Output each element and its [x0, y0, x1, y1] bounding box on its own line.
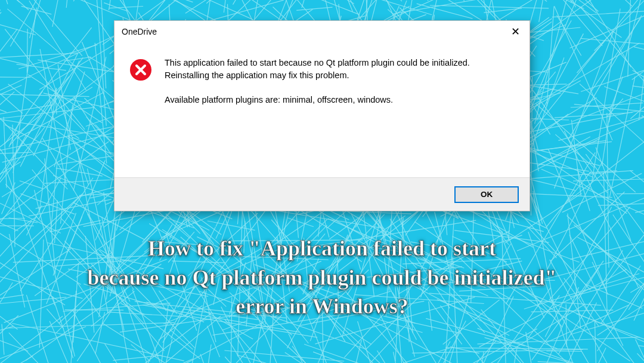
dialog-title: OneDrive	[122, 27, 157, 36]
plugins-message: Available platform plugins are: minimal,…	[165, 94, 515, 106]
svg-line-392	[630, 171, 645, 214]
close-button[interactable]: ✕	[506, 24, 525, 39]
svg-line-167	[10, 0, 86, 47]
error-message: This application failed to start because…	[165, 57, 515, 82]
article-caption: How to fix "Application failed to start …	[0, 234, 644, 321]
dialog-body: This application failed to start because…	[114, 42, 530, 177]
svg-line-59	[73, 0, 101, 1]
svg-line-330	[27, 29, 27, 73]
svg-line-879	[577, 41, 605, 73]
svg-line-483	[568, 16, 642, 140]
svg-line-842	[557, 16, 581, 56]
svg-line-261	[478, 328, 644, 363]
svg-line-448	[9, 333, 93, 363]
svg-line-141	[103, 323, 166, 363]
svg-line-850	[2, 324, 4, 355]
svg-line-860	[571, 0, 614, 2]
svg-line-378	[536, 104, 636, 192]
error-icon	[129, 58, 153, 82]
svg-line-690	[0, 0, 8, 4]
svg-line-688	[287, 218, 314, 227]
svg-line-580	[520, 141, 627, 214]
svg-line-472	[33, 0, 82, 56]
svg-line-313	[0, 105, 52, 125]
svg-line-343	[66, 0, 78, 8]
svg-line-10	[541, 0, 631, 67]
svg-line-800	[200, 354, 221, 363]
svg-line-381	[113, 355, 162, 361]
svg-line-719	[570, 4, 645, 48]
dialog-text: This application failed to start because…	[165, 57, 515, 177]
svg-line-789	[546, 351, 581, 352]
svg-line-803	[1, 0, 20, 2]
background: OneDrive ✕ This application failed to st…	[0, 0, 644, 363]
svg-line-446	[573, 0, 599, 11]
svg-line-747	[170, 330, 193, 350]
svg-line-127	[49, 321, 70, 363]
svg-line-630	[431, 0, 464, 2]
error-dialog: OneDrive ✕ This application failed to st…	[114, 20, 530, 211]
dialog-footer: OK	[114, 177, 530, 211]
ok-button[interactable]: OK	[454, 186, 519, 203]
svg-line-734	[0, 0, 1, 11]
svg-line-116	[0, 320, 28, 352]
dialog-titlebar[interactable]: OneDrive ✕	[114, 21, 530, 42]
svg-line-489	[30, 0, 193, 2]
svg-line-557	[0, 162, 21, 191]
svg-line-485	[635, 205, 644, 213]
svg-line-633	[5, 29, 85, 130]
svg-line-590	[54, 72, 85, 167]
svg-line-56	[206, 0, 313, 4]
svg-line-52	[0, 100, 50, 240]
svg-line-550	[0, 0, 29, 10]
close-icon: ✕	[511, 25, 520, 38]
svg-line-820	[346, 328, 371, 344]
svg-line-574	[459, 352, 484, 363]
svg-line-279	[634, 47, 644, 84]
svg-line-391	[237, 355, 308, 364]
ok-button-label: OK	[481, 190, 493, 199]
svg-line-79	[428, 0, 541, 1]
svg-line-179	[0, 45, 27, 65]
svg-line-841	[389, 347, 451, 363]
svg-line-499	[0, 76, 30, 78]
svg-line-28	[525, 0, 562, 41]
svg-line-101	[0, 12, 1, 48]
svg-line-374	[200, 344, 211, 363]
svg-line-451	[21, 193, 75, 214]
svg-line-817	[20, 181, 43, 189]
